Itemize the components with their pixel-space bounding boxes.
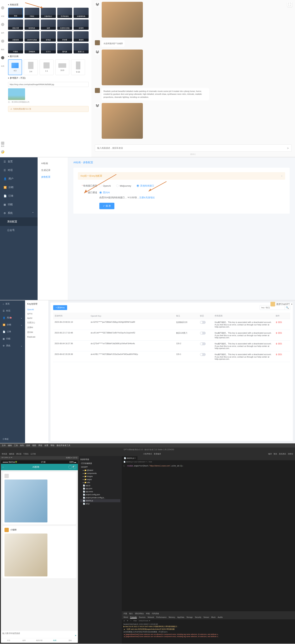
- dev-control[interactable]: Default levels ▼: [139, 620, 150, 622]
- dev-tab[interactable]: Wxml: [124, 616, 128, 618]
- ratio-option[interactable]: 3:4: [24, 59, 38, 75]
- menu-item[interactable]: 视图: [32, 444, 36, 447]
- target-icon[interactable]: ◉: [73, 465, 76, 469]
- dev-control[interactable]: ⊤: [130, 620, 132, 622]
- style-option[interactable]: 中国风: [8, 43, 23, 54]
- nav-sys-config[interactable]: 系统配置: [0, 218, 38, 226]
- close-icon[interactable]: ×: [281, 175, 282, 177]
- toolbar-item[interactable]: 清缓存: [288, 453, 293, 455]
- phone-tab[interactable]: 模拟问答: [32, 638, 47, 643]
- toolbar-item[interactable]: 调试器: [16, 453, 22, 455]
- phone-tab[interactable]: 使用: [16, 638, 32, 643]
- menu-item[interactable]: 编辑: [8, 444, 12, 447]
- chat-input[interactable]: [97, 147, 287, 149]
- nav-home[interactable]: ☰ 首页: [0, 157, 38, 166]
- delete-button[interactable]: 🗑 删除: [276, 332, 282, 334]
- nav-order[interactable]: 📄 订单: [0, 192, 38, 200]
- style-option[interactable]: 六旗武战士: [41, 8, 56, 18]
- sub-item[interactable]: 百度文心: [27, 320, 46, 325]
- style-option[interactable]: 新海诚: [41, 31, 56, 42]
- sub-item[interactable]: Api2d: [27, 316, 46, 320]
- toolbar-item[interactable]: 云开发: [31, 453, 36, 455]
- ratio-option[interactable]: 4:3: [8, 59, 22, 75]
- style-option[interactable]: 3D建模风格: [74, 8, 89, 18]
- phone-tab[interactable]: 对话: [1, 638, 16, 643]
- dev-tab[interactable]: Performance: [156, 616, 166, 618]
- toolbar-item[interactable]: 小程序模式: [143, 453, 152, 455]
- dev-tab[interactable]: 代码质量: [152, 612, 159, 615]
- sub-params[interactable]: 参数配置: [38, 174, 68, 180]
- file-item[interactable]: 📄 project.private.config.js...: [80, 496, 120, 499]
- nav-chat[interactable]: ☰ 对话: [0, 307, 25, 314]
- dev-tab[interactable]: Sensor: [203, 616, 209, 618]
- style-option[interactable]: 悬意主义: [74, 43, 89, 54]
- dev-tab[interactable]: 输出: [129, 612, 133, 615]
- file-item[interactable]: 📄 app.json: [80, 487, 120, 490]
- sidebar-icon[interactable]: [1, 56, 4, 59]
- status-switch[interactable]: [200, 332, 206, 334]
- menu-item[interactable]: 工具: [14, 444, 18, 447]
- status-switch[interactable]: [200, 353, 206, 356]
- dev-tab[interactable]: Audits: [218, 616, 223, 618]
- style-option[interactable]: 素描画: [74, 31, 89, 42]
- sub-item[interactable]: Replicate: [27, 335, 46, 339]
- file-item[interactable]: ▸ 📁 utils: [80, 481, 120, 484]
- phone-input[interactable]: [2, 632, 76, 634]
- file-item[interactable]: 📄 app.wxss: [80, 490, 120, 493]
- register-link[interactable]: 注册&充值地址: [139, 196, 155, 199]
- dev-tab[interactable]: 终端: [146, 612, 150, 615]
- nav-order[interactable]: 📄 订单: [0, 328, 25, 335]
- zoom-icon[interactable]: ⛶: [287, 2, 292, 7]
- send-icon[interactable]: ➤: [75, 634, 76, 637]
- style-option[interactable]: 古方力: [41, 43, 56, 54]
- toolbar-item[interactable]: 预览: [273, 453, 277, 455]
- delete-button[interactable]: 🗑 删除: [276, 342, 282, 345]
- toolbar-item[interactable]: 可视化: [23, 453, 29, 455]
- status-switch[interactable]: [200, 342, 206, 345]
- status-switch[interactable]: [200, 321, 206, 324]
- file-item[interactable]: ▸ 📁 components: [80, 472, 120, 475]
- collapse-button[interactable]: ⟨⟨ 收起: [3, 438, 9, 440]
- toolbar-item[interactable]: 编译: [268, 453, 272, 455]
- sub-item[interactable]: 意问AI: [27, 330, 46, 335]
- dev-tab[interactable]: Memory: [169, 616, 175, 618]
- style-option[interactable]: 艺术体漫化: [57, 8, 72, 18]
- sub-item[interactable]: 灵犀AI: [27, 325, 46, 330]
- nav-chat[interactable]: ☰ 对话: [0, 166, 38, 174]
- file-item[interactable]: ▸ 📁 @babel: [80, 469, 120, 472]
- menu-item[interactable]: 设置: [44, 444, 48, 447]
- sub-item[interactable]: GPT4: [27, 312, 46, 316]
- radio-mj[interactable]: Midjourney: [116, 184, 131, 187]
- sub-draw[interactable]: AI绘画: [38, 160, 68, 167]
- dev-tab[interactable]: 问题: [124, 612, 127, 615]
- user-badge[interactable]: 酷梦ChatGPT ▾: [270, 302, 292, 306]
- tutorial-icon[interactable]: [1, 142, 4, 145]
- explorer-section[interactable]: · WXAPP: [80, 466, 120, 469]
- toolbar-item[interactable]: 普通编译: [154, 453, 161, 455]
- ratio-option[interactable]: 16:9: [55, 59, 69, 75]
- nav-func[interactable]: ▦ 功能: [0, 335, 25, 342]
- send-icon[interactable]: ➤: [287, 146, 289, 150]
- sub-item[interactable]: OpenAI: [27, 307, 46, 312]
- toolbar-item[interactable]: 模拟器: [2, 453, 7, 455]
- dev-tab[interactable]: AppData: [177, 616, 184, 618]
- menu-item[interactable]: 微信开发者工具: [57, 444, 70, 447]
- style-option[interactable]: 游戏卡通: [8, 20, 23, 30]
- explorer-section[interactable]: · 打开的编辑器: [80, 462, 120, 466]
- menu-icon[interactable]: ⋯: [68, 465, 72, 469]
- menu-item[interactable]: 界面: [38, 444, 42, 447]
- file-item[interactable]: ▸ 📁 pages: [80, 478, 120, 481]
- editor-tab[interactable]: 📄 siteinfo.js ×: [122, 456, 138, 460]
- dev-control[interactable]: Filter: [133, 620, 137, 622]
- style-option[interactable]: 油画: [41, 20, 56, 30]
- menu-item[interactable]: 帮助: [51, 444, 54, 447]
- add-key-button[interactable]: + 添加Key: [53, 305, 67, 310]
- nav-func[interactable]: ▦ 功能: [0, 200, 38, 209]
- nav-sys[interactable]: ⚙ 系统 ⌄: [0, 342, 25, 349]
- toolbar-item[interactable]: 真机调试: [279, 453, 286, 455]
- menu-item[interactable]: 选择: [26, 444, 30, 447]
- nav-user[interactable]: 👤 用户: [0, 174, 38, 183]
- sim-bar-left[interactable]: SR 100% 16 ▼: [2, 457, 13, 459]
- save-button[interactable]: ✓ 保 存: [99, 203, 114, 209]
- sidebar-icon[interactable]: [1, 6, 4, 10]
